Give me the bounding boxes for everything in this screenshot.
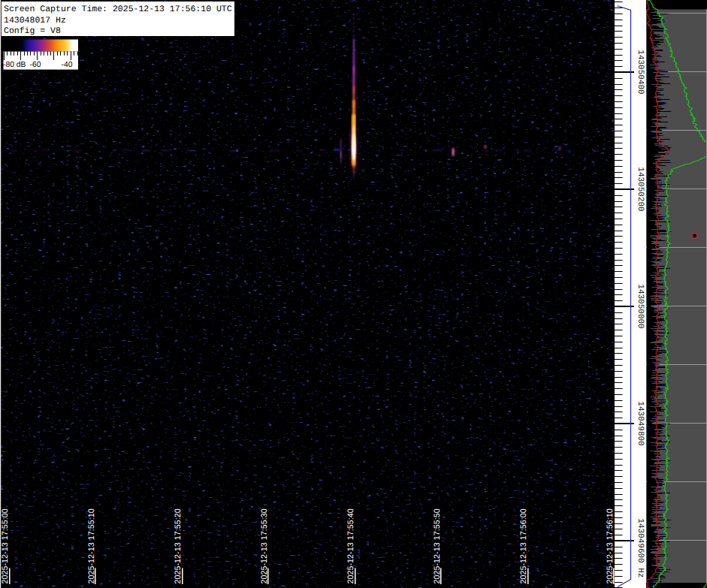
svg-text:143049600 Hz: 143049600 Hz — [636, 518, 645, 577]
svg-text:-60: -60 — [30, 61, 41, 69]
svg-text:2025-12-13 17:56:00: 2025-12-13 17:56:00 — [519, 508, 528, 583]
svg-text:143050200: 143050200 — [636, 167, 645, 211]
svg-text:2025-12-13 17:55:10: 2025-12-13 17:55:10 — [87, 508, 96, 583]
svg-text:143048017 Hz: 143048017 Hz — [4, 16, 66, 26]
svg-text:2025-12-13 17:55:50: 2025-12-13 17:55:50 — [433, 508, 442, 583]
svg-text:143049800: 143049800 — [636, 401, 645, 445]
svg-text:2025-12-13 17:56:10: 2025-12-13 17:56:10 — [606, 508, 615, 583]
svg-text:-40: -40 — [62, 61, 73, 69]
svg-text:143050400: 143050400 — [636, 50, 645, 94]
svg-text:2025-12-13 17:55:40: 2025-12-13 17:55:40 — [346, 508, 355, 583]
svg-text:143050000: 143050000 — [636, 284, 645, 328]
svg-text:-80 dB: -80 dB — [3, 61, 26, 69]
svg-text:2025-12-13 17:55:20: 2025-12-13 17:55:20 — [174, 508, 183, 583]
svg-text:2025-12-13 17:55:30: 2025-12-13 17:55:30 — [260, 508, 269, 583]
svg-text:Config = V8: Config = V8 — [4, 26, 61, 36]
svg-text:Screen Capture Time: 2025-12-1: Screen Capture Time: 2025-12-13 17:56:10… — [4, 5, 232, 14]
svg-text:2025-12-13 17:55:00: 2025-12-13 17:55:00 — [1, 508, 10, 583]
